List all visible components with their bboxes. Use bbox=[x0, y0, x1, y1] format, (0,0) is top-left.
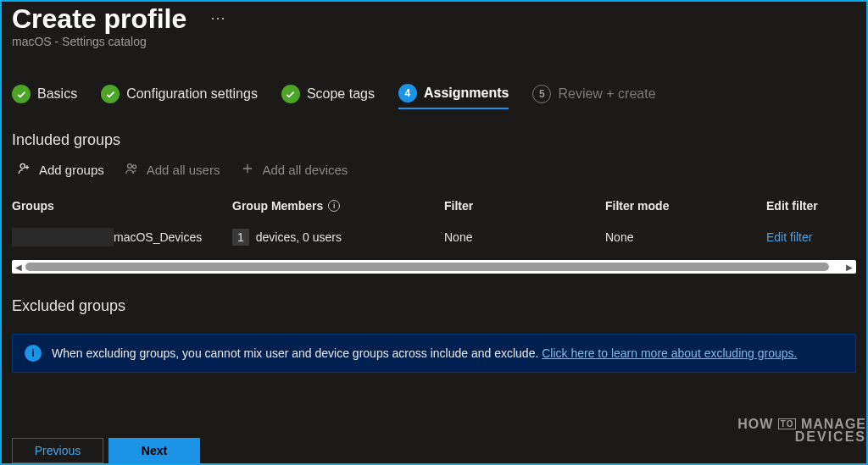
step-label: Scope tags bbox=[307, 86, 375, 102]
col-edit-filter: Edit filter bbox=[766, 199, 860, 213]
svg-point-0 bbox=[20, 163, 25, 168]
horizontal-scrollbar[interactable]: ◀ ▶ bbox=[12, 260, 856, 274]
step-basics[interactable]: Basics bbox=[12, 85, 77, 108]
plus-icon bbox=[240, 161, 255, 179]
col-filter-mode: Filter mode bbox=[605, 199, 766, 213]
more-icon[interactable]: ⋯ bbox=[210, 10, 225, 25]
info-banner: i When excluding groups, you cannot mix … bbox=[12, 334, 856, 373]
included-groups-table: Groups Group Members i Filter Filter mod… bbox=[12, 197, 856, 253]
add-all-users-button[interactable]: Add all users bbox=[125, 161, 220, 179]
svg-point-2 bbox=[132, 165, 136, 169]
excluded-groups-heading: Excluded groups bbox=[12, 297, 856, 315]
add-groups-button[interactable]: Add groups bbox=[17, 161, 104, 179]
banner-text: When excluding groups, you cannot mix us… bbox=[52, 346, 542, 360]
page-subtitle: macOS - Settings catalog bbox=[12, 35, 856, 48]
scroll-right-icon[interactable]: ▶ bbox=[846, 263, 853, 272]
step-scope-tags[interactable]: Scope tags bbox=[281, 85, 375, 108]
stepper: Basics Configuration settings Scope tags… bbox=[12, 84, 856, 109]
step-number-icon: 4 bbox=[398, 84, 417, 102]
add-user-icon bbox=[17, 161, 32, 179]
table-row: macOS_Devices 1 devices, 0 users None No… bbox=[12, 221, 856, 253]
cell-filter: None bbox=[444, 230, 605, 244]
learn-more-link[interactable]: Click here to learn more about excluding… bbox=[542, 346, 797, 360]
checkmark-icon bbox=[12, 85, 31, 103]
col-group-members: Group Members i bbox=[232, 199, 444, 213]
svg-point-1 bbox=[127, 164, 131, 169]
cell-group-members: 1 devices, 0 users bbox=[232, 229, 444, 246]
step-label: Basics bbox=[37, 86, 77, 102]
step-review-create[interactable]: 5 Review + create bbox=[532, 85, 655, 108]
action-label: Add all users bbox=[147, 163, 220, 177]
scroll-left-icon[interactable]: ◀ bbox=[15, 263, 22, 272]
step-label: Configuration settings bbox=[126, 86, 258, 102]
col-filter: Filter bbox=[444, 199, 605, 213]
scrollbar-thumb[interactable] bbox=[25, 263, 829, 271]
add-all-devices-button[interactable]: Add all devices bbox=[240, 161, 348, 179]
action-label: Add groups bbox=[39, 163, 104, 177]
cell-filter-mode: None bbox=[605, 230, 766, 244]
watermark: HOW TO MANAGE DEVICES bbox=[737, 418, 866, 443]
included-groups-heading: Included groups bbox=[12, 131, 856, 149]
info-icon: i bbox=[25, 345, 42, 362]
step-number-icon: 5 bbox=[532, 85, 551, 103]
step-label: Assignments bbox=[424, 86, 509, 101]
users-icon bbox=[125, 161, 140, 179]
step-label: Review + create bbox=[558, 86, 655, 102]
included-actions: Add groups Add all users Add all devices bbox=[12, 161, 856, 179]
previous-button[interactable]: Previous bbox=[12, 438, 103, 463]
next-button[interactable]: Next bbox=[108, 438, 200, 463]
col-groups: Groups bbox=[12, 199, 232, 213]
edit-filter-link[interactable]: Edit filter bbox=[766, 230, 860, 244]
action-label: Add all devices bbox=[262, 163, 348, 177]
step-configuration-settings[interactable]: Configuration settings bbox=[101, 85, 258, 108]
page-title: Create profile bbox=[12, 3, 186, 35]
checkmark-icon bbox=[101, 85, 120, 103]
info-icon[interactable]: i bbox=[328, 200, 340, 212]
step-assignments[interactable]: 4 Assignments bbox=[398, 84, 509, 109]
redacted-text bbox=[12, 228, 114, 246]
checkmark-icon bbox=[281, 85, 300, 103]
cell-group: macOS_Devices bbox=[12, 228, 232, 246]
